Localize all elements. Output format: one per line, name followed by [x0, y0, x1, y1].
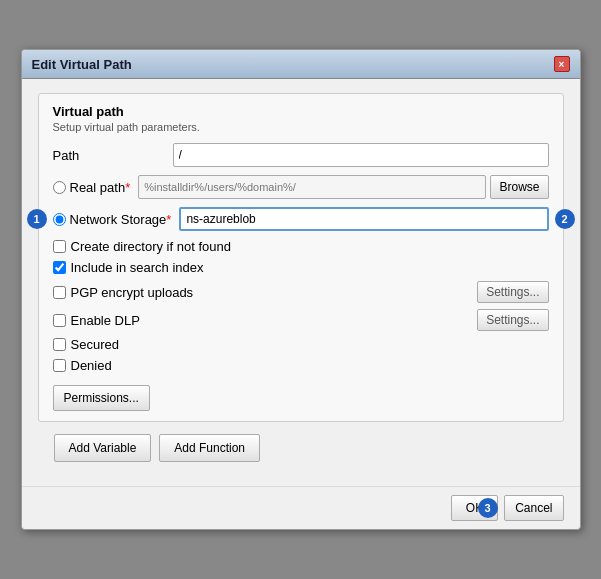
pgp-row: PGP encrypt uploads Settings... — [53, 281, 549, 303]
browse-button[interactable]: Browse — [490, 175, 548, 199]
denied-label: Denied — [71, 358, 112, 373]
enable-dlp-checkbox[interactable] — [53, 314, 66, 327]
real-path-label: Real path* — [70, 180, 131, 195]
dlp-settings-button[interactable]: Settings... — [477, 309, 548, 331]
real-path-row: Real path* Browse — [53, 175, 549, 199]
real-path-radio[interactable] — [53, 181, 66, 194]
secured-label: Secured — [71, 337, 119, 352]
dialog-body: Virtual path Setup virtual path paramete… — [22, 79, 580, 486]
permissions-section: Permissions... — [53, 379, 549, 411]
denied-checkbox[interactable] — [53, 359, 66, 372]
secured-row: Secured — [53, 337, 549, 352]
dlp-left: Enable DLP — [53, 313, 140, 328]
permissions-button[interactable]: Permissions... — [53, 385, 150, 411]
network-storage-radio[interactable] — [53, 213, 66, 226]
pgp-encrypt-checkbox[interactable] — [53, 286, 66, 299]
add-function-button[interactable]: Add Function — [159, 434, 260, 462]
virtual-path-section: Virtual path Setup virtual path paramete… — [38, 93, 564, 422]
add-variable-button[interactable]: Add Variable — [54, 434, 152, 462]
section-subtitle: Setup virtual path parameters. — [53, 121, 549, 133]
edit-virtual-path-dialog: Edit Virtual Path × Virtual path Setup v… — [21, 49, 581, 530]
include-search-label: Include in search index — [71, 260, 204, 275]
pgp-settings-button[interactable]: Settings... — [477, 281, 548, 303]
network-storage-row: 1 Network Storage* 2 — [53, 207, 549, 231]
cancel-button[interactable]: Cancel — [504, 495, 563, 521]
dialog-titlebar: Edit Virtual Path × — [22, 50, 580, 79]
denied-row: Denied — [53, 358, 549, 373]
dlp-row: Enable DLP Settings... — [53, 309, 549, 331]
bottom-buttons: Add Variable Add Function — [38, 434, 564, 472]
include-search-row: Include in search index — [53, 260, 549, 275]
dialog-footer: 3 OK Cancel — [22, 486, 580, 529]
pgp-encrypt-label: PGP encrypt uploads — [71, 285, 194, 300]
path-input[interactable] — [173, 143, 549, 167]
create-dir-row: Create directory if not found — [53, 239, 549, 254]
path-label: Path — [53, 148, 173, 163]
secured-checkbox[interactable] — [53, 338, 66, 351]
network-storage-input[interactable] — [179, 207, 548, 231]
section-title: Virtual path — [53, 104, 549, 119]
dialog-title: Edit Virtual Path — [32, 57, 132, 72]
enable-dlp-label: Enable DLP — [71, 313, 140, 328]
include-search-checkbox[interactable] — [53, 261, 66, 274]
real-path-input[interactable] — [138, 175, 486, 199]
create-dir-label: Create directory if not found — [71, 239, 231, 254]
badge-3: 3 — [478, 498, 498, 518]
create-dir-checkbox[interactable] — [53, 240, 66, 253]
badge-2: 2 — [555, 209, 575, 229]
badge-1: 1 — [27, 209, 47, 229]
path-row: Path — [53, 143, 549, 167]
close-button[interactable]: × — [554, 56, 570, 72]
pgp-left: PGP encrypt uploads — [53, 285, 194, 300]
network-storage-label: Network Storage* — [70, 212, 172, 227]
